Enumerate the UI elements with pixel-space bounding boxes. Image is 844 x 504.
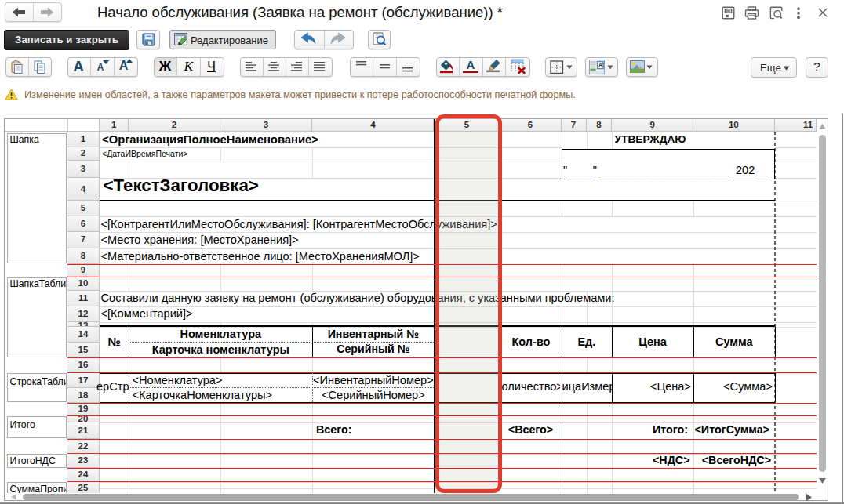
svg-text:A:: A: (598, 62, 604, 67)
